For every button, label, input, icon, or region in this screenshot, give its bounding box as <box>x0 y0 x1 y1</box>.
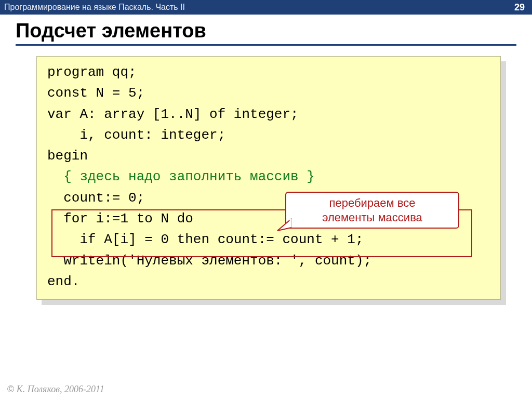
code-line: i, count: integer; <box>47 127 225 143</box>
title-underline <box>16 44 516 46</box>
code-line: count:= 0; <box>47 190 144 206</box>
code-line: program qq; <box>47 64 137 80</box>
code-line: const N = 5; <box>47 85 144 101</box>
code-line: for i:=1 to N do <box>47 211 193 227</box>
page-number: 29 <box>514 2 525 13</box>
callout-line: элементы массива <box>322 211 422 224</box>
header-bar: Программирование на языке Паскаль. Часть… <box>0 0 532 15</box>
code-block: program qq; const N = 5; var A: array [1… <box>36 56 501 300</box>
copyright-symbol: © <box>7 384 14 394</box>
footer-copyright: © К. Поляков, 2006-2011 <box>7 384 104 395</box>
code-line-comment: { здесь надо заполнить массив } <box>47 169 315 184</box>
callout-pointer-icon <box>276 216 291 232</box>
code-listing: program qq; const N = 5; var A: array [1… <box>47 62 490 292</box>
code-line: var A: array [1..N] of integer; <box>47 107 299 122</box>
callout-line: перебираем все <box>329 196 416 209</box>
footer-text: К. Поляков, 2006-2011 <box>14 384 104 394</box>
slide-title: Подсчет элементов <box>16 20 516 42</box>
slide: { "header": { "course": "Программировани… <box>0 0 532 399</box>
code-block-wrap: program qq; const N = 5; var A: array [1… <box>36 56 501 300</box>
code-line: begin <box>47 148 88 164</box>
code-line: end. <box>47 274 79 289</box>
code-line: writeln('Нулевых элементов: ', count); <box>47 253 371 269</box>
title-zone: Подсчет элементов <box>0 15 532 49</box>
callout-annotation: перебираем все элементы массива <box>285 192 459 229</box>
code-line: if A[i] = 0 then count:= count + 1; <box>47 232 364 247</box>
svg-marker-0 <box>277 219 291 231</box>
course-title: Программирование на языке Паскаль. Часть… <box>4 3 185 12</box>
